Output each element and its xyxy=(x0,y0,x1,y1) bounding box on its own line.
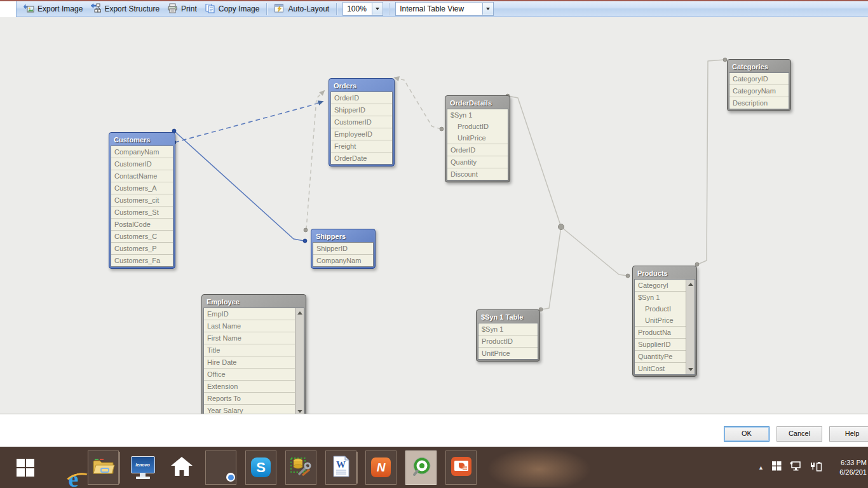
internal-table-view-window: Export ImageExport StructurePrintCopy Im… xyxy=(0,0,868,488)
field-label: Quantity xyxy=(447,156,508,168)
field-label: ContactName xyxy=(111,170,173,182)
taskbar-database-tools[interactable] xyxy=(285,451,316,485)
table-field-row: Customers_A xyxy=(111,182,173,194)
field-label: Reports To xyxy=(204,393,295,404)
connection-line xyxy=(698,60,724,264)
export-structure-button[interactable]: Export Structure xyxy=(86,2,163,16)
table-field-row: ShipperID xyxy=(313,243,373,255)
field-label: ProductID xyxy=(447,121,508,132)
table-field-row: CustomerID xyxy=(331,116,392,128)
taskbar-qlikview[interactable] xyxy=(405,451,437,485)
scroll-down-icon[interactable] xyxy=(297,410,302,413)
scroll-down-icon[interactable] xyxy=(688,368,693,371)
field-label: CompanyNam xyxy=(313,255,373,266)
field-label: ProductID xyxy=(478,336,538,347)
tray-windows-icon[interactable] xyxy=(772,461,782,473)
chevron-down-icon[interactable] xyxy=(482,3,493,15)
copy-image-button[interactable]: Copy Image xyxy=(201,2,264,16)
taskbar-word[interactable]: W xyxy=(325,451,356,485)
table-field-row: CustomerID xyxy=(111,158,173,170)
taskbar-home[interactable] xyxy=(166,451,196,484)
taskbar-chrome[interactable] xyxy=(205,451,236,485)
taskbar-nitro-pdf[interactable]: N xyxy=(365,451,397,485)
field-label: UnitPrice xyxy=(635,315,686,326)
table-field-row: CategoryNam xyxy=(729,85,789,97)
field-label: OrderDate xyxy=(331,152,392,164)
table-field-row: ContactName xyxy=(111,170,173,182)
table-body: $Syn 1ProductIDUnitPriceOrderIDQuantityD… xyxy=(447,109,508,180)
table-orderdetails[interactable]: OrderDetails$Syn 1ProductIDUnitPriceOrde… xyxy=(445,95,510,182)
table-customers[interactable]: CustomersCompanyNamCustomerIDContactName… xyxy=(109,132,175,269)
field-label: CompanyNam xyxy=(111,146,173,158)
connection-line xyxy=(174,131,304,241)
table-field-row: Description xyxy=(729,97,789,109)
ok-button[interactable]: OK xyxy=(724,426,770,442)
taskbar-powerpoint[interactable] xyxy=(445,451,477,485)
table-header: OrderDetails xyxy=(447,97,508,109)
taskbar-file-explorer[interactable] xyxy=(88,451,119,485)
table-field-row: OrderID xyxy=(331,92,392,104)
view-select[interactable]: Internal Table View xyxy=(395,2,494,16)
print-button[interactable]: Print xyxy=(163,2,201,16)
table-scrollbar[interactable] xyxy=(295,308,304,416)
dialog-footer: OK Cancel Help xyxy=(0,414,868,447)
field-label: EmployeeID xyxy=(331,128,392,140)
scroll-up-icon[interactable] xyxy=(688,283,693,286)
skype-icon: S xyxy=(251,458,271,477)
field-label: OrderID xyxy=(331,92,392,104)
table-field-row: Customers_St xyxy=(111,207,173,219)
taskbar-lenovo-support[interactable]: lenovo xyxy=(128,451,158,484)
connection-line xyxy=(541,227,561,309)
taskbar-start-button[interactable] xyxy=(10,451,40,484)
table-products[interactable]: ProductsCategoryI$Syn 1ProductIUnitPrice… xyxy=(632,266,697,377)
chevron-down-icon[interactable] xyxy=(372,3,383,15)
table-field-row: First Name xyxy=(204,332,295,344)
table-field-row: $Syn 1ProductIUnitPrice xyxy=(635,292,686,327)
toolbar-button-label: Export Structure xyxy=(104,4,159,13)
field-label: ProductI xyxy=(635,303,686,315)
lenovo-monitor-icon: lenovo xyxy=(131,456,155,479)
tray-network-icon[interactable] xyxy=(790,461,802,474)
help-button[interactable]: Help xyxy=(829,426,868,442)
tray-power-icon[interactable] xyxy=(810,461,822,474)
connection-line xyxy=(306,94,321,229)
export-structure-icon xyxy=(90,3,101,15)
connection-arrow-icon xyxy=(318,100,324,105)
field-label: UnitPrice xyxy=(478,348,538,359)
field-label: Discount xyxy=(447,168,508,180)
field-label: Description xyxy=(729,97,789,109)
taskbar-skype[interactable]: S xyxy=(245,451,276,485)
table-field-row: Customers_P xyxy=(111,243,173,255)
table-field-row: Reports To xyxy=(204,393,295,405)
table-orders[interactable]: OrdersOrderIDShipperIDCustomerIDEmployee… xyxy=(329,78,395,166)
table-shippers[interactable]: ShippersShipperIDCompanyNam xyxy=(311,229,376,269)
scroll-up-icon[interactable] xyxy=(297,311,302,315)
nitro-pdf-icon: N xyxy=(371,458,391,477)
zoom-select[interactable]: 100% xyxy=(342,2,383,16)
field-label: OrderID xyxy=(447,144,508,156)
field-label: $Syn 1 xyxy=(478,323,538,335)
cancel-button[interactable]: Cancel xyxy=(776,426,822,442)
qlikview-icon xyxy=(410,455,433,480)
hidden-icons-chevron-icon[interactable]: ▲ xyxy=(758,464,764,471)
connection-line xyxy=(175,103,318,142)
table-field-row: QuantityPe xyxy=(635,351,686,363)
auto-layout-button[interactable]: Auto-Layout xyxy=(270,2,333,16)
clock[interactable]: 6:33 PM 6/26/201 xyxy=(830,458,867,477)
table-field-row: ProductNa xyxy=(635,327,686,339)
table-scrollbar[interactable] xyxy=(686,280,695,374)
table--syn-1-table[interactable]: $Syn 1 Table$Syn 1ProductIDUnitPrice xyxy=(476,309,540,362)
table-field-row: Title xyxy=(204,344,295,356)
export-image-button[interactable]: Export Image xyxy=(20,2,86,16)
table-field-row: Extension xyxy=(204,381,295,393)
connection-endpoint-dot xyxy=(626,274,630,278)
taskbar-internet-explorer[interactable]: e xyxy=(49,451,79,484)
field-label: UnitPrice xyxy=(447,132,508,144)
field-label: SupplierID xyxy=(635,339,686,350)
table-field-row: UnitCost xyxy=(635,363,686,374)
table-categories[interactable]: CategoriesCategoryIDCategoryNamDescripti… xyxy=(727,59,791,111)
table-field-row: Quantity xyxy=(447,156,508,168)
table-employee[interactable]: EmployeeEmpIDLast NameFirst NameTitleHir… xyxy=(201,294,306,419)
synthetic-key-junction-dot xyxy=(559,224,564,230)
field-label: Freight xyxy=(331,140,392,152)
